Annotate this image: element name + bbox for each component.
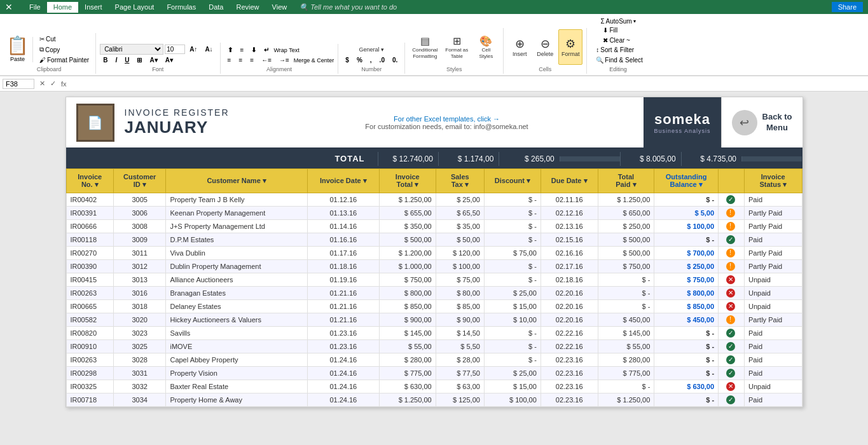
font-family-select[interactable]: Calibri bbox=[100, 44, 163, 55]
header-logo: someka Business Analysis bbox=[644, 97, 720, 147]
formula-input[interactable] bbox=[69, 79, 865, 88]
cell-name: Savills bbox=[166, 327, 307, 340]
cell-date: 01.12.16 bbox=[307, 193, 379, 207]
back-to-menu-button[interactable]: ↩ Back toMenu bbox=[721, 97, 803, 147]
cell-inv-no: IR00718 bbox=[66, 394, 114, 407]
cancel-formula-icon[interactable]: ✕ bbox=[39, 79, 45, 88]
decimal-decrease-button[interactable]: 0. bbox=[389, 55, 401, 65]
cell-tax: $ 100,00 bbox=[436, 260, 484, 273]
font-color-button[interactable]: A▾ bbox=[162, 55, 176, 65]
col-invoice-date: Invoice Date ▾ bbox=[307, 169, 379, 193]
cell-due: 02.23.16 bbox=[541, 380, 598, 394]
header-link-text[interactable]: For other Excel templates, click → bbox=[394, 115, 500, 123]
cut-button[interactable]: ✂ Cut bbox=[37, 34, 92, 44]
col-sales-tax: SalesTax ▾ bbox=[436, 169, 484, 193]
font-size-input[interactable] bbox=[165, 44, 185, 54]
align-center-button[interactable]: ≡ bbox=[235, 55, 245, 65]
align-left-button[interactable]: ≡ bbox=[224, 55, 235, 65]
align-top-button[interactable]: ⬆ bbox=[224, 45, 236, 55]
tab-data[interactable]: Data bbox=[202, 2, 230, 13]
currency-button[interactable]: $ bbox=[342, 55, 352, 65]
cell-paid: $ - bbox=[598, 273, 654, 287]
wrap-text-button[interactable]: ↵ bbox=[261, 45, 272, 55]
sort-filter-button[interactable]: ↕ Sort & Filter bbox=[593, 45, 645, 55]
table-row: IR00118 3009 D.P.M Estates 01.16.16 $ 50… bbox=[66, 233, 802, 247]
cell-status: Unpaid bbox=[745, 300, 803, 313]
insert-button[interactable]: ⊕ Insert bbox=[507, 29, 532, 65]
autosum-dropdown[interactable]: ▾ bbox=[633, 18, 636, 24]
tab-page-layout[interactable]: Page Layout bbox=[109, 2, 161, 13]
header-title: INVOICE REGISTER JANUARY bbox=[114, 102, 240, 142]
cell-inv-no: IR00391 bbox=[66, 207, 114, 220]
comma-button[interactable]: , bbox=[367, 55, 375, 65]
number-label: Number bbox=[361, 66, 382, 72]
format-button[interactable]: ⚙ Format bbox=[558, 29, 582, 65]
cell-disc: $ 15,00 bbox=[484, 380, 541, 394]
font-size-increase[interactable]: A↑ bbox=[186, 44, 200, 54]
cell-outstanding: $ - bbox=[654, 394, 719, 407]
indent-increase-button[interactable]: →≡ bbox=[276, 55, 293, 65]
cell-inv-no: IR00390 bbox=[66, 260, 114, 273]
cell-reference-input[interactable] bbox=[3, 79, 34, 89]
align-bottom-button[interactable]: ⬇ bbox=[248, 45, 259, 55]
border-button[interactable]: ⊞ bbox=[134, 55, 145, 65]
cell-date: 01.23.16 bbox=[307, 327, 379, 340]
fill-button[interactable]: ⬇ Fill bbox=[600, 25, 635, 35]
copy-button[interactable]: ⧉ Copy bbox=[37, 44, 92, 55]
decimal-increase-button[interactable]: .0 bbox=[376, 55, 388, 65]
font-size-decrease[interactable]: A↓ bbox=[202, 44, 216, 54]
cell-date: 01.16.16 bbox=[307, 233, 379, 247]
format-painter-button[interactable]: 🖌 Format Painter bbox=[37, 55, 92, 65]
cell-styles-button[interactable]: 🎨 Cell Styles bbox=[472, 29, 499, 65]
title-bar: ✕ File Home Insert Page Layout Formulas … bbox=[0, 0, 868, 14]
cell-due: 02.22.16 bbox=[541, 340, 598, 353]
logo-sub-text: Business Analysis bbox=[654, 128, 710, 134]
cell-status: Paid bbox=[745, 233, 803, 247]
font-row-1: Calibri A↑ A↓ bbox=[100, 44, 216, 55]
number-format-select[interactable]: General ▾ bbox=[354, 44, 390, 55]
confirm-formula-icon[interactable]: ✓ bbox=[50, 79, 56, 88]
cell-name: Property Team J B Kelly bbox=[166, 193, 307, 207]
delete-button[interactable]: ⊖ Delete bbox=[533, 29, 557, 65]
underline-button[interactable]: U bbox=[121, 55, 132, 65]
indent-decrease-button[interactable]: ←≡ bbox=[258, 55, 275, 65]
cell-inv-no: IR00402 bbox=[66, 193, 114, 207]
invoice-header: 📄 INVOICE REGISTER JANUARY For other Exc… bbox=[66, 97, 803, 149]
tab-home[interactable]: Home bbox=[47, 2, 78, 13]
tab-insert[interactable]: Insert bbox=[78, 2, 109, 13]
tab-review[interactable]: Review bbox=[230, 2, 265, 13]
header-left: 📄 INVOICE REGISTER JANUARY bbox=[66, 97, 250, 147]
clear-button[interactable]: ✖ Clear ~ bbox=[600, 36, 635, 45]
percent-button[interactable]: % bbox=[354, 55, 366, 65]
paste-button[interactable]: 📋 Paste bbox=[6, 37, 33, 62]
share-button[interactable]: Share bbox=[832, 2, 863, 12]
table-header-row: InvoiceNo. ▾ CustomerID ▾ Customer Name … bbox=[66, 169, 802, 193]
ribbon-group-editing: Σ AutoSum ▾ ⬇ Fill ✖ Clear ~ ↕ Sort & Fi… bbox=[587, 17, 649, 74]
cell-outstanding: $ 450,00 bbox=[654, 313, 719, 327]
autosum-button[interactable]: Σ AutoSum ▾ bbox=[600, 18, 635, 25]
status-badge: ! bbox=[726, 209, 735, 217]
cell-tax: $ 85,00 bbox=[436, 300, 484, 313]
cell-disc: $ 15,00 bbox=[484, 300, 541, 313]
cell-disc: $ - bbox=[484, 260, 541, 273]
italic-button[interactable]: I bbox=[112, 55, 120, 65]
cell-inv-no: IR00820 bbox=[66, 327, 114, 340]
conditional-formatting-button[interactable]: ▤ Conditional Formatting bbox=[409, 29, 441, 65]
header-email-text: For customization needs, email to: info@… bbox=[365, 123, 528, 130]
cell-outstanding: $ - bbox=[654, 367, 719, 380]
format-as-table-button[interactable]: ⊞ Format as Table bbox=[442, 29, 471, 65]
align-right-button[interactable]: ≡ bbox=[247, 55, 257, 65]
insert-function-icon[interactable]: fx bbox=[61, 80, 67, 88]
tab-tell-me[interactable]: 🔍 Tell me what you want to do bbox=[293, 2, 403, 13]
tab-view[interactable]: View bbox=[266, 2, 294, 13]
cell-tax: $ 50,00 bbox=[436, 233, 484, 247]
fill-color-button[interactable]: A▾ bbox=[146, 55, 160, 65]
bold-button[interactable]: B bbox=[100, 55, 111, 65]
cell-status: Partly Paid bbox=[745, 247, 803, 260]
tab-file[interactable]: File bbox=[23, 2, 47, 13]
find-select-button[interactable]: 🔍 Find & Select bbox=[593, 55, 645, 65]
tab-formulas[interactable]: Formulas bbox=[160, 2, 202, 13]
cell-disc: $ - bbox=[484, 207, 541, 220]
align-middle-button[interactable]: ≡ bbox=[237, 45, 247, 55]
fill-label: Fill bbox=[609, 27, 617, 34]
